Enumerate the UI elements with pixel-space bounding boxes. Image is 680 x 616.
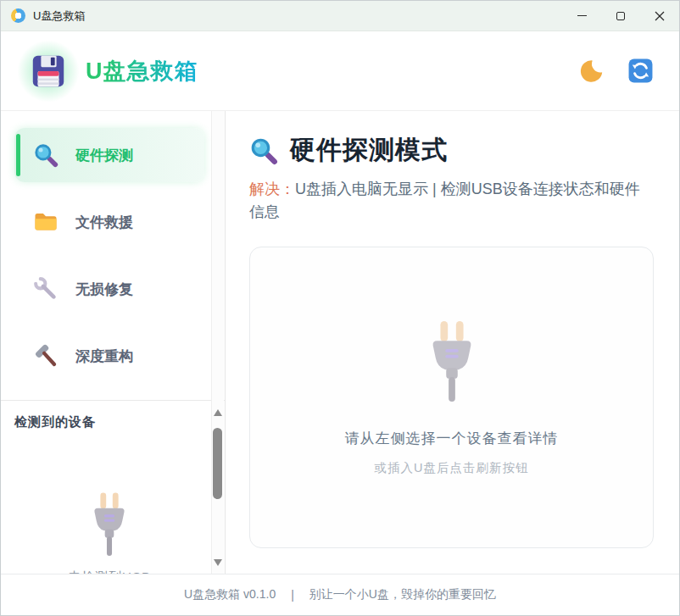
hammer-icon — [33, 343, 59, 369]
detected-devices-panel: 检测到的设备 未检测到USB — [1, 401, 225, 574]
app-logo — [25, 47, 72, 95]
page-title: 硬件探测模式 — [290, 133, 448, 168]
footer-separator: | — [291, 588, 294, 602]
nav-item-label: 硬件探测 — [75, 146, 133, 165]
folder-icon — [33, 209, 59, 235]
floppy-disk-icon — [29, 52, 68, 91]
empty-card-secondary-text: 或插入U盘后点击刷新按钮 — [375, 460, 529, 476]
header-actions — [579, 58, 654, 84]
refresh-icon — [627, 58, 654, 84]
refresh-button[interactable] — [627, 58, 654, 84]
scrollbar-down-button[interactable] — [214, 559, 222, 566]
devices-empty-text: 未检测到USB — [14, 569, 204, 574]
power-plug-icon — [426, 319, 478, 402]
scrollbar-up-button[interactable] — [214, 409, 222, 416]
wrench-icon — [33, 276, 59, 302]
titlebar-title: U盘急救箱 — [33, 8, 85, 24]
magnifier-icon — [33, 142, 59, 168]
close-button[interactable] — [640, 1, 679, 31]
nav-item-lossless-repair[interactable]: 无损修复 — [14, 262, 204, 316]
app-window: U盘急救箱 U盘急救箱 — [0, 0, 680, 616]
body-row: 硬件探测 文件救援 无损修复 深度重构 检测到的设备 — [1, 111, 679, 574]
nav-item-file-rescue[interactable]: 文件救援 — [14, 195, 204, 249]
nav-item-hardware-detect[interactable]: 硬件探测 — [14, 128, 204, 182]
scrollbar-thumb[interactable] — [213, 428, 222, 499]
subtitle-prefix: 解决： — [249, 180, 295, 197]
sidebar: 硬件探测 文件救援 无损修复 深度重构 检测到的设备 — [1, 111, 226, 574]
power-plug-icon — [88, 491, 131, 556]
devices-empty-state: 未检测到USB — [14, 491, 204, 574]
status-footer: U盘急救箱 v0.1.0 | 别让一个小U盘，毁掉你的重要回忆 — [1, 574, 679, 615]
title-bar: U盘急救箱 — [1, 1, 679, 31]
theme-toggle-button[interactable] — [579, 58, 604, 83]
page-subtitle: 解决：U盘插入电脑无显示 | 检测USB设备连接状态和硬件信息 — [249, 178, 654, 224]
minimize-icon — [577, 15, 587, 16]
nav-item-deep-rebuild[interactable]: 深度重构 — [14, 329, 204, 383]
minimize-button[interactable] — [562, 1, 601, 31]
app-icon — [11, 8, 25, 23]
nav-item-label: 无损修复 — [75, 280, 133, 299]
window-controls — [562, 1, 679, 31]
sidebar-nav: 硬件探测 文件救援 无损修复 深度重构 — [1, 111, 225, 396]
main-title-row: 硬件探测模式 — [249, 133, 654, 168]
close-icon — [655, 11, 665, 21]
footer-slogan: 别让一个小U盘，毁掉你的重要回忆 — [309, 587, 496, 602]
maximize-button[interactable] — [601, 1, 640, 31]
nav-item-label: 深度重构 — [75, 347, 133, 366]
detected-devices-header: 检测到的设备 — [14, 414, 204, 430]
app-title: U盘急救箱 — [86, 56, 198, 86]
device-detail-empty-card: 请从左侧选择一个设备查看详情 或插入U盘后点击刷新按钮 — [249, 247, 654, 548]
subtitle-text: U盘插入电脑无显示 | 检测USB设备连接状态和硬件信息 — [249, 180, 640, 220]
nav-item-label: 文件救援 — [75, 213, 133, 232]
footer-version: U盘急救箱 v0.1.0 — [184, 587, 276, 602]
magnifier-icon — [249, 136, 278, 165]
app-header: U盘急救箱 — [1, 31, 679, 111]
empty-card-primary-text: 请从左侧选择一个设备查看详情 — [345, 429, 559, 448]
crescent-moon-icon — [579, 58, 604, 83]
main-content: 硬件探测模式 解决：U盘插入电脑无显示 | 检测USB设备连接状态和硬件信息 请… — [226, 111, 679, 574]
maximize-icon — [616, 12, 625, 20]
